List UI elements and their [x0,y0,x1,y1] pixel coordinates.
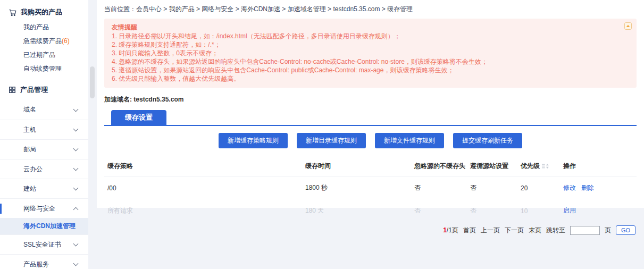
sidebar-menu-site-builder[interactable]: 建站 [0,179,88,198]
header-ignore-origin-nocache: 忽略源的不缓存头 [414,162,470,171]
prev-page-link[interactable]: 上一页 [481,226,500,235]
total-pages: /1页 [447,226,458,234]
header-cache-policy: 缓存策略 [107,162,305,171]
notice-box: 友情提醒 1. 目录路径必需以/开头和结尾，如：/index.html（无法匹配… [104,19,637,88]
notice-collapse-icon[interactable] [624,22,632,30]
sidebar-scrollbar-thumb[interactable] [90,66,95,98]
menu-label: 网络与安全 [23,204,55,213]
notice-line: 3. 时间只能输入整数，0表示不缓存； [112,49,621,57]
sidebar-menu-mail[interactable]: 邮局 [0,139,88,159]
notice-title: 友情提醒 [112,23,621,31]
add-file-cache-rule-button[interactable]: 新增文件缓存规则 [375,133,444,148]
go-button[interactable]: GO [616,225,635,235]
accelerated-domain: 加速域名: testcdn5.35.com [104,95,644,104]
delete-link[interactable]: 删除 [581,183,594,192]
main-panel: 当前位置：会员中心 > 我的产品 > 网络与安全 > 海外CDN加速 > 加速域… [97,0,644,208]
notice-line: 6. 优先级只能输入整数，值越大优先级越高。 [112,74,621,83]
cell-cache-time: 1800 秒 [305,183,414,192]
jump-to-label: 跳转至 [546,226,565,235]
cell-priority: 20 [521,184,563,192]
chevron-down-icon [73,146,79,152]
header-cache-time: 缓存时间 [305,162,414,171]
table-row: 所有请求 180 天 否 否 10 启用 [104,199,637,222]
cache-rules-table: 缓存策略 缓存时间 忽略源的不缓存头 遵循源站设置 优先级 操作 /00 180… [104,157,637,222]
sidebar-item-renewal-products[interactable]: 急需续费产品(6) [0,34,88,48]
chevron-down-icon [73,241,79,247]
add-cache-policy-rule-button[interactable]: 新增缓存策略规则 [219,133,288,148]
menu-label: 邮局 [23,145,36,154]
cell-cache-policy: /00 [107,184,305,192]
add-directory-cache-rule-button[interactable]: 新增目录缓存规则 [297,133,366,148]
menu-label: 云办公 [23,165,43,174]
menu-label: 主机 [23,125,36,134]
sidebar-menu-hosting[interactable]: 主机 [0,120,88,139]
jump-page-input[interactable] [570,226,600,235]
sidebar-menu-network-security[interactable]: 网络与安全 [0,198,88,218]
notice-line: 4. 忽略源的不缓存头，如果源站返回的响应头中包含Cache-Control: … [112,57,621,66]
page-unit-label: 页 [605,226,611,235]
sidebar-group-product-mgmt[interactable]: 产品管理 [0,75,88,98]
action-buttons: 新增缓存策略规则 新增目录缓存规则 新增文件缓存规则 提交缓存刷新任务 [97,133,644,148]
cell-cache-time: 180 天 [305,206,414,215]
sidebar-item-my-products[interactable]: 我的产品 [0,20,88,34]
cell-follow-origin: 否 [470,206,521,215]
menu-label: SSL安全证书 [23,240,61,249]
notice-line: 2. 缓存策略规则支持通配符，如：/.*； [112,40,621,49]
sort-icon[interactable] [542,163,549,169]
header-priority-label: 优先级 [521,162,540,171]
domain-value: testcdn5.35.com [133,96,183,103]
sidebar-item-label: 急需续费产品 [23,37,62,45]
sidebar-menu-product-service[interactable]: 产品服务 [0,254,88,269]
menu-label: 建站 [23,184,36,194]
sidebar-menu-domain[interactable]: 域名 [0,100,88,120]
sidebar-group-title: 产品管理 [20,85,48,95]
cell-operations: 修改 删除 [563,183,637,192]
sidebar-menu-cloud-office[interactable]: 云办公 [0,159,88,179]
cell-cache-policy: 所有请求 [107,206,305,215]
enable-link[interactable]: 启用 [563,206,576,215]
chevron-down-icon [73,106,79,112]
sidebar-group-purchased[interactable]: 我购买的产品 [0,0,88,20]
renewal-count-badge: (6) [62,37,70,45]
next-page-link[interactable]: 下一页 [505,226,524,235]
notice-line: 5. 遵循源站设置，如果源站返回的响应头中包含Cache-Control: pu… [112,66,621,74]
sidebar-item-expired-products[interactable]: 已过期产品 [0,48,88,62]
cell-follow-origin: 否 [470,183,521,192]
sidebar-submenu-overseas-cdn[interactable]: 海外CDN加速管理 [0,218,88,234]
sidebar-item-auto-renewal[interactable]: 自动续费管理 [0,62,88,75]
sidebar: 我购买的产品 我的产品 急需续费产品(6) 已过期产品 自动续费管理 产品管理 … [0,0,88,269]
first-page-link[interactable]: 首页 [463,226,476,235]
cell-priority: 10 [521,207,563,215]
header-follow-origin: 遵循源站设置 [470,162,521,171]
table-row: /00 1800 秒 否 否 20 修改 删除 [104,176,637,199]
sidebar-group-title: 我购买的产品 [21,7,62,17]
grid-icon [9,86,16,94]
chevron-up-icon [73,207,79,212]
header-priority: 优先级 [521,162,563,171]
tab-cache-settings[interactable]: 缓存设置 [111,110,166,125]
current-page: 1 [443,226,447,234]
notice-line: 1. 目录路径必需以/开头和结尾，如：/index.html（无法匹配多个路径，… [112,32,621,40]
cell-ignore-origin: 否 [414,206,470,215]
menu-label: 域名 [23,105,36,114]
header-operations: 操作 [563,162,637,171]
cell-operations: 启用 [563,206,637,215]
menu-label: 产品服务 [23,260,49,269]
chevron-down-icon [73,186,79,191]
submit-cache-refresh-task-button[interactable]: 提交缓存刷新任务 [453,133,522,148]
domain-label: 加速域名: [104,96,132,103]
tab-bar: 缓存设置 [104,110,637,126]
chevron-down-icon [73,166,79,171]
pagination: 1/1页 首页 上一页 下一页 末页 跳转至 页 GO [97,225,635,235]
table-header-row: 缓存策略 缓存时间 忽略源的不缓存头 遵循源站设置 优先级 操作 [104,157,637,176]
last-page-link[interactable]: 末页 [529,226,541,235]
modify-link[interactable]: 修改 [563,183,576,192]
sidebar-menu-ssl-cert[interactable]: SSL安全证书 [0,234,88,254]
page-indicator: 1/1页 [443,226,458,235]
cell-ignore-origin: 否 [414,183,470,192]
breadcrumb: 当前位置：会员中心 > 我的产品 > 网络与安全 > 海外CDN加速 > 加速域… [97,0,644,14]
cart-icon [9,9,16,16]
chevron-down-icon [73,127,79,132]
chevron-down-icon [73,261,79,266]
